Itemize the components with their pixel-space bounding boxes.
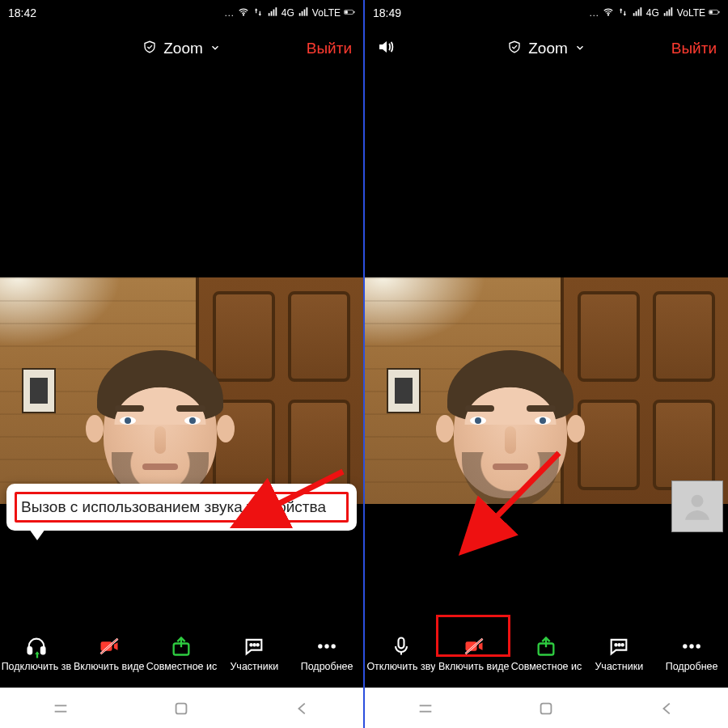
bottom-toolbar: Отключить зву Включить виде Совместное и… xyxy=(365,613,728,688)
more-label: Подробнее xyxy=(301,661,353,672)
battery-icon xyxy=(344,6,355,20)
status-clock: 18:49 xyxy=(373,6,401,19)
svg-rect-11 xyxy=(345,11,348,14)
svg-point-47 xyxy=(616,644,617,645)
bottom-toolbar: Подключить зв Включить виде Совместное и… xyxy=(0,613,363,688)
zoom-title-button[interactable]: Zoom xyxy=(142,40,221,58)
connect-audio-label: Подключить зв xyxy=(2,661,72,672)
share-button[interactable]: Совместное ис xyxy=(510,613,583,688)
more-label: Подробнее xyxy=(666,661,718,672)
chevron-down-icon xyxy=(574,40,586,57)
svg-rect-55 xyxy=(541,703,552,713)
svg-rect-31 xyxy=(637,9,639,15)
svg-rect-6 xyxy=(302,11,303,15)
start-video-button[interactable]: Включить виде xyxy=(73,613,146,688)
shield-icon xyxy=(142,40,157,58)
zoom-title: Zoom xyxy=(528,40,568,57)
phone-left: 18:42 ... 4G VoLTE Zoom Выйти xyxy=(0,0,363,728)
zoom-top-bar: Zoom Выйти xyxy=(365,26,728,71)
zoom-title-button[interactable]: Zoom xyxy=(507,40,586,58)
svg-point-28 xyxy=(607,14,608,15)
more-button[interactable]: Подробнее xyxy=(655,613,728,688)
svg-point-0 xyxy=(243,14,243,15)
start-video-button[interactable]: Включить виде xyxy=(438,613,510,688)
svg-rect-33 xyxy=(664,13,666,16)
updown-icon xyxy=(252,6,264,20)
svg-rect-5 xyxy=(299,13,301,16)
android-nav-bar xyxy=(365,688,728,728)
video-area[interactable]: Вызов с использованием звука устройства xyxy=(0,71,363,613)
status-bar: 18:42 ... 4G VoLTE xyxy=(0,0,363,26)
nav-back-button[interactable] xyxy=(292,698,313,719)
participants-button[interactable]: Участники xyxy=(218,613,290,688)
chevron-down-icon xyxy=(210,40,221,57)
self-view-thumbnail[interactable] xyxy=(671,480,723,532)
shield-icon xyxy=(507,40,522,58)
status-volte: VoLTE xyxy=(677,7,705,19)
audio-tooltip[interactable]: Вызов с использованием звука устройства xyxy=(6,484,357,531)
camera-feed xyxy=(0,277,363,504)
svg-rect-39 xyxy=(709,11,713,14)
svg-point-20 xyxy=(254,644,256,645)
share-icon xyxy=(170,635,193,658)
svg-point-51 xyxy=(689,644,693,648)
participants-label: Участники xyxy=(595,661,643,672)
nav-home-button[interactable] xyxy=(535,698,557,719)
status-bar: 18:49 ... 4G VoLTE xyxy=(365,0,728,26)
more-icon xyxy=(680,635,703,658)
zoom-title: Zoom xyxy=(163,40,203,57)
nav-recents-button[interactable] xyxy=(415,698,436,719)
more-button[interactable]: Подробнее xyxy=(290,613,363,688)
svg-rect-10 xyxy=(353,11,354,13)
svg-point-50 xyxy=(683,644,687,648)
svg-rect-42 xyxy=(398,638,404,649)
signal-icon xyxy=(632,6,643,20)
signal-icon-2 xyxy=(298,6,309,20)
share-button[interactable]: Совместное ис xyxy=(146,613,218,688)
svg-point-48 xyxy=(619,644,620,645)
chat-icon xyxy=(607,635,630,658)
svg-point-49 xyxy=(622,644,624,645)
status-volte: VoLTE xyxy=(312,7,341,19)
svg-point-24 xyxy=(332,644,336,648)
svg-rect-3 xyxy=(273,9,274,15)
svg-rect-1 xyxy=(269,13,270,16)
svg-rect-32 xyxy=(640,7,641,16)
svg-rect-27 xyxy=(176,703,187,713)
nav-recents-button[interactable] xyxy=(50,698,71,719)
svg-rect-36 xyxy=(671,7,672,16)
wifi-icon xyxy=(603,6,614,20)
nav-back-button[interactable] xyxy=(657,698,678,719)
svg-rect-2 xyxy=(271,11,273,15)
svg-rect-35 xyxy=(668,9,670,15)
svg-rect-29 xyxy=(633,13,635,16)
start-video-label: Включить виде xyxy=(74,661,144,672)
svg-rect-30 xyxy=(636,11,637,15)
speaker-button[interactable] xyxy=(376,37,396,60)
status-dots: ... xyxy=(225,8,235,18)
status-right: ... 4G VoLTE xyxy=(590,6,720,20)
leave-button[interactable]: Выйти xyxy=(671,40,717,57)
participants-button[interactable]: Участники xyxy=(582,613,655,688)
share-label: Совместное ис xyxy=(511,661,582,672)
microphone-icon xyxy=(390,635,413,658)
leave-button[interactable]: Выйти xyxy=(307,40,352,57)
status-4g: 4G xyxy=(281,7,294,19)
updown-icon xyxy=(617,6,629,20)
zoom-top-bar: Zoom Выйти xyxy=(0,26,363,71)
android-nav-bar xyxy=(0,688,363,728)
mute-audio-label: Отключить зву xyxy=(366,661,435,672)
camera-feed xyxy=(365,277,728,504)
svg-point-21 xyxy=(257,644,259,645)
mute-audio-button[interactable]: Отключить зву xyxy=(365,613,438,688)
svg-point-19 xyxy=(251,644,252,645)
connect-audio-button[interactable]: Подключить зв xyxy=(0,613,73,688)
nav-home-button[interactable] xyxy=(171,698,192,719)
phone-right: 18:49 ... 4G VoLTE Zoom Выйти xyxy=(365,0,728,728)
video-area[interactable] xyxy=(365,71,728,613)
participants-label: Участники xyxy=(230,661,278,672)
share-icon xyxy=(535,635,557,658)
signal-icon-2 xyxy=(662,6,674,20)
start-video-label: Включить виде xyxy=(438,661,509,672)
share-label: Совместное ис xyxy=(146,661,218,672)
